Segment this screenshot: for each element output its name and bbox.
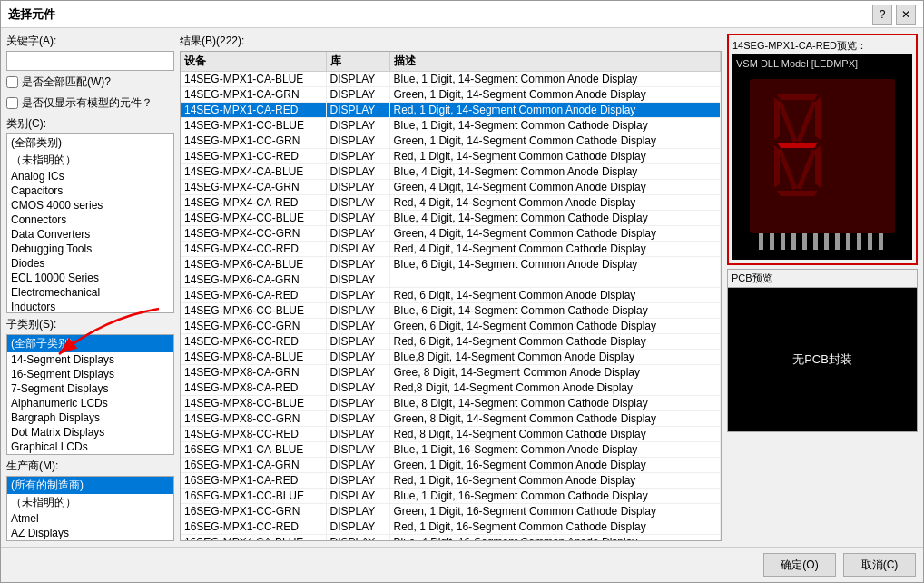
subcategory-item[interactable]: Alphanumeric LCDs (7, 396, 173, 410)
manufacturer-item[interactable]: (所有的制造商) (7, 477, 173, 494)
device-cell: 14SEG-MPX1-CC-BLUE (181, 118, 326, 133)
table-row[interactable]: 16SEG-MPX4-CA-BLUEDISPLAYBlue, 4 Digit, … (181, 535, 721, 542)
ok-button[interactable]: 确定(O) (763, 553, 836, 577)
device-cell: 14SEG-MPX6-CC-GRN (181, 319, 326, 334)
no-pcb-text: 无PCB封装 (792, 351, 852, 368)
table-row[interactable]: 14SEG-MPX6-CC-REDDISPLAYRed, 6 Digit, 14… (181, 334, 721, 350)
description-cell: Blue, 6 Digit, 14-Segment Common Cathode… (389, 303, 721, 319)
category-item[interactable]: CMOS 4000 series (7, 198, 173, 212)
device-cell: 14SEG-MPX8-CC-BLUE (181, 396, 326, 411)
table-row[interactable]: 14SEG-MPX1-CC-GRNDISPLAYGreen, 1 Digit, … (181, 133, 721, 149)
all-match-checkbox[interactable] (6, 76, 18, 88)
table-row[interactable]: 14SEG-MPX1-CC-REDDISPLAYRed, 1 Digit, 14… (181, 149, 721, 164)
description-cell: Green, 4 Digit, 14-Segment Common Anode … (389, 180, 721, 195)
table-row[interactable]: 14SEG-MPX4-CA-GRNDISPLAYGreen, 4 Digit, … (181, 180, 721, 195)
table-row[interactable]: 16SEG-MPX1-CA-REDDISPLAYRed, 1 Digit, 16… (181, 473, 721, 489)
table-row[interactable]: 14SEG-MPX6-CC-BLUEDISPLAYBlue, 6 Digit, … (181, 303, 721, 319)
category-item[interactable]: Capacitors (7, 183, 173, 198)
table-row[interactable]: 14SEG-MPX8-CA-BLUEDISPLAYBlue,8 Digit, 1… (181, 350, 721, 365)
category-item[interactable]: Inductors (7, 300, 173, 313)
category-section: 类别(C): (全部类别)（未指明的）Analog ICsCapacitorsC… (6, 116, 174, 313)
subcategory-item[interactable]: Dot Matrix Displays (7, 425, 173, 440)
category-item[interactable]: Electromechanical (7, 285, 173, 300)
description-cell: Red, 6 Digit, 14-Segment Common Anode Di… (389, 288, 721, 303)
device-cell: 16SEG-MPX1-CC-BLUE (181, 489, 326, 504)
manufacturer-list[interactable]: (所有的制造商)（未指明的）AtmelAZ Displays (6, 476, 174, 541)
table-row[interactable]: 14SEG-MPX6-CA-GRNDISPLAY (181, 272, 721, 288)
manufacturer-item[interactable]: （未指明的） (7, 494, 173, 511)
title-controls: ? ✕ (872, 5, 916, 25)
category-item[interactable]: Debugging Tools (7, 242, 173, 256)
manufacturer-item[interactable]: Atmel (7, 511, 173, 526)
library-cell: DISPLAY (326, 242, 389, 257)
device-cell: 14SEG-MPX6-CC-BLUE (181, 303, 326, 319)
library-cell: DISPLAY (326, 303, 389, 319)
dialog-body: 关键字(A): 是否全部匹配(W)? 是否仅显示有模型的元件？ 类别(C): (… (1, 28, 923, 547)
subcategory-list[interactable]: (全部子类别)14-Segment Displays16-Segment Dis… (6, 334, 174, 455)
category-list[interactable]: (全部类别)（未指明的）Analog ICsCapacitorsCMOS 400… (6, 133, 174, 313)
description-cell: Blue, 4 Digit, 14-Segment Common Cathode… (389, 211, 721, 226)
table-row[interactable]: 16SEG-MPX1-CC-BLUEDISPLAYBlue, 1 Digit, … (181, 489, 721, 504)
category-item[interactable]: Analog ICs (7, 169, 173, 183)
table-row[interactable]: 14SEG-MPX1-CA-BLUEDISPLAYBlue, 1 Digit, … (181, 72, 721, 87)
preview-title: 14SEG-MPX1-CA-RED预览： (732, 39, 912, 53)
library-cell: DISPLAY (326, 180, 389, 195)
description-cell: Red, 4 Digit, 14-Segment Common Anode Di… (389, 195, 721, 211)
description-cell: Green, 1 Digit, 14-Segment Common Cathod… (389, 133, 721, 149)
manufacturer-item[interactable]: AZ Displays (7, 526, 173, 540)
table-row[interactable]: 14SEG-MPX8-CC-REDDISPLAYRed, 8 Digit, 14… (181, 427, 721, 442)
subcategory-item[interactable]: (全部子类别) (7, 335, 173, 352)
table-row[interactable]: 14SEG-MPX4-CC-BLUEDISPLAYBlue, 4 Digit, … (181, 211, 721, 226)
table-row[interactable]: 14SEG-MPX4-CC-REDDISPLAYRed, 4 Digit, 14… (181, 242, 721, 257)
keyword-input[interactable] (6, 51, 174, 71)
checkbox-row-2: 是否仅显示有模型的元件？ (6, 95, 174, 111)
subcategory-item[interactable]: Bargraph Displays (7, 410, 173, 425)
category-item[interactable]: (全部类别) (7, 134, 173, 152)
table-row[interactable]: 14SEG-MPX4-CA-REDDISPLAYRed, 4 Digit, 14… (181, 195, 721, 211)
device-cell: 14SEG-MPX1-CC-RED (181, 149, 326, 164)
preview-svg (741, 74, 904, 256)
right-panel: 14SEG-MPX1-CA-RED预览： VSM DLL Model [LEDM… (727, 34, 918, 541)
table-row[interactable]: 16SEG-MPX1-CA-GRNDISPLAYGreen, 1 Digit, … (181, 458, 721, 473)
table-row[interactable]: 14SEG-MPX4-CC-GRNDISPLAYGreen, 4 Digit, … (181, 226, 721, 242)
table-row[interactable]: 16SEG-MPX1-CC-REDDISPLAYRed, 1 Digit, 16… (181, 519, 721, 535)
table-row[interactable]: 14SEG-MPX8-CA-REDDISPLAYRed,8 Digit, 14-… (181, 380, 721, 396)
device-cell: 14SEG-MPX1-CA-RED (181, 103, 326, 118)
subcategory-item[interactable]: 16-Segment Displays (7, 367, 173, 381)
results-table-container[interactable]: 设备 库 描述 14SEG-MPX1-CA-BLUEDISPLAYBlue, 1… (180, 51, 722, 541)
category-item[interactable]: Connectors (7, 212, 173, 227)
table-row[interactable]: 14SEG-MPX1-CC-BLUEDISPLAYBlue, 1 Digit, … (181, 118, 721, 133)
device-cell: 14SEG-MPX8-CA-BLUE (181, 350, 326, 365)
subcategory-item[interactable]: 14-Segment Displays (7, 352, 173, 367)
table-row[interactable]: 14SEG-MPX1-CA-REDDISPLAYRed, 1 Digit, 14… (181, 103, 721, 118)
category-item[interactable]: （未指明的） (7, 152, 173, 169)
table-row[interactable]: 14SEG-MPX8-CC-GRNDISPLAYGreen, 8 Digit, … (181, 411, 721, 427)
cancel-button[interactable]: 取消(C) (843, 553, 916, 577)
svg-marker-3 (815, 97, 821, 140)
description-cell: Green, 8 Digit, 14-Segment Common Cathod… (389, 411, 721, 427)
table-row[interactable]: 14SEG-MPX8-CC-BLUEDISPLAYBlue, 8 Digit, … (181, 396, 721, 411)
subcategory-item[interactable]: 7-Segment Displays (7, 381, 173, 396)
col-header-lib: 库 (326, 52, 389, 72)
description-cell: Green, 4 Digit, 14-Segment Common Cathod… (389, 226, 721, 242)
svg-rect-20 (846, 233, 850, 250)
table-row[interactable]: 14SEG-MPX1-CA-GRNDISPLAYGreen, 1 Digit, … (181, 87, 721, 103)
footer: 确定(O) 取消(C) (1, 547, 923, 582)
manufacturer-section: 生产商(M): (所有的制造商)（未指明的）AtmelAZ Displays (6, 459, 174, 541)
table-row[interactable]: 16SEG-MPX1-CA-BLUEDISPLAYBlue, 1 Digit, … (181, 442, 721, 458)
table-row[interactable]: 14SEG-MPX6-CC-GRNDISPLAYGreen, 6 Digit, … (181, 319, 721, 334)
category-item[interactable]: Diodes (7, 256, 173, 271)
category-item[interactable]: ECL 10000 Series (7, 271, 173, 285)
category-item[interactable]: Data Converters (7, 227, 173, 242)
close-button[interactable]: ✕ (896, 5, 916, 25)
table-row[interactable]: 14SEG-MPX6-CA-BLUEDISPLAYBlue, 6 Digit, … (181, 257, 721, 272)
table-row[interactable]: 14SEG-MPX6-CA-REDDISPLAYRed, 6 Digit, 14… (181, 288, 721, 303)
table-row[interactable]: 14SEG-MPX8-CA-GRNDISPLAYGree, 8 Digit, 1… (181, 365, 721, 380)
help-button[interactable]: ? (872, 5, 892, 25)
subcategory-item[interactable]: Graphical LCDs (7, 440, 173, 454)
library-cell: DISPLAY (326, 411, 389, 427)
table-row[interactable]: 14SEG-MPX4-CA-BLUEDISPLAYBlue, 4 Digit, … (181, 164, 721, 180)
model-only-checkbox[interactable] (6, 97, 18, 109)
description-cell: Blue, 4 Digit, 16-Segment Common Anode D… (389, 535, 721, 542)
table-row[interactable]: 16SEG-MPX1-CC-GRNDISPLAYGreen, 1 Digit, … (181, 504, 721, 519)
